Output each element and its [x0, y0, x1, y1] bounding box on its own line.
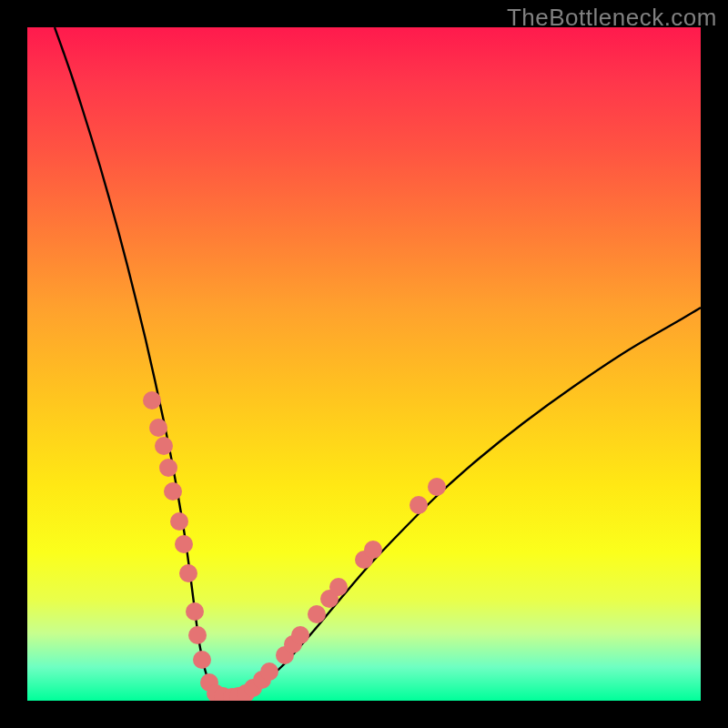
curve-marker [175, 535, 193, 553]
curve-marker [155, 437, 173, 455]
chart-svg [27, 27, 701, 701]
curve-marker [179, 564, 197, 582]
curve-marker [308, 605, 326, 623]
curve-marker [188, 626, 207, 644]
curve-marker [329, 578, 348, 596]
curve-marker [186, 602, 204, 621]
curve-marker [164, 482, 182, 500]
curve-marker [428, 478, 446, 496]
curve-marker [193, 651, 211, 669]
curve-marker [410, 496, 428, 514]
curve-marker [170, 512, 188, 531]
curve-marker [143, 391, 161, 410]
curve-marker [291, 626, 309, 644]
bottleneck-curve [55, 27, 701, 698]
curve-marker [149, 419, 167, 437]
curve-marker [159, 459, 177, 477]
curve-marker [364, 541, 382, 559]
chart-plot-area [27, 27, 701, 701]
curve-marker [260, 662, 278, 681]
